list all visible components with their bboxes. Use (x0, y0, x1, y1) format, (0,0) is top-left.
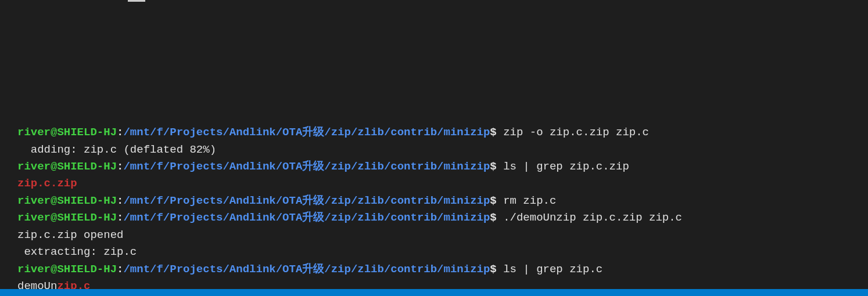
prompt-dollar: $ (490, 211, 496, 224)
prompt-user-host: river@SHIELD-HJ (17, 160, 117, 173)
prompt-colon: : (117, 160, 123, 173)
output-text: adding: zip.c (deflated 82%) (17, 143, 216, 156)
prompt-user-host: river@SHIELD-HJ (17, 194, 117, 207)
prompt-path: /mnt/f/Projects/Andlink/OTA升级/zip/zlib/c… (123, 126, 490, 139)
prompt-path: /mnt/f/Projects/Andlink/OTA升级/zip/zlib/c… (123, 194, 490, 207)
output-text: extracting: zip.c (17, 246, 137, 258)
prompt-colon: : (117, 194, 123, 207)
prompt-dollar: $ (490, 263, 496, 276)
terminal-line: river@SHIELD-HJ:/mnt/f/Projects/Andlink/… (17, 210, 851, 226)
terminal-line: zip.c.zip (17, 175, 851, 192)
grep-match: zip.c.zip (17, 177, 77, 190)
command-text: zip -o zip.c.zip zip.c (497, 126, 649, 139)
command-text: ./demoUnzip zip.c.zip zip.c (497, 211, 682, 224)
command-text: ls | grep zip.c.zip (497, 160, 629, 173)
prompt-dollar: $ (490, 126, 496, 139)
prompt-dollar: $ (490, 160, 496, 173)
terminal-output[interactable]: river@SHIELD-HJ:/mnt/f/Projects/Andlink/… (0, 124, 868, 296)
terminal-line: extracting: zip.c (17, 244, 851, 261)
prompt-colon: : (117, 211, 123, 224)
prompt-colon: : (117, 263, 123, 276)
terminal-line: river@SHIELD-HJ:/mnt/f/Projects/Andlink/… (17, 124, 851, 141)
prompt-dollar: $ (490, 194, 496, 207)
prompt-path: /mnt/f/Projects/Andlink/OTA升级/zip/zlib/c… (123, 211, 490, 224)
terminal-line: adding: zip.c (deflated 82%) (17, 142, 851, 158)
command-text: rm zip.c (497, 194, 557, 207)
prompt-user-host: river@SHIELD-HJ (17, 263, 117, 276)
prompt-user-host: river@SHIELD-HJ (17, 126, 117, 139)
sidebar-gutter (0, 0, 8, 296)
terminal-line: river@SHIELD-HJ:/mnt/f/Projects/Andlink/… (17, 158, 851, 175)
terminal-line: river@SHIELD-HJ:/mnt/f/Projects/Andlink/… (17, 193, 851, 210)
command-text: ls | grep zip.c (497, 263, 602, 276)
status-bar[interactable] (0, 289, 868, 296)
prompt-path: /mnt/f/Projects/Andlink/OTA升级/zip/zlib/c… (123, 160, 490, 173)
terminal-line: river@SHIELD-HJ:/mnt/f/Projects/Andlink/… (17, 261, 851, 278)
prompt-path: /mnt/f/Projects/Andlink/OTA升级/zip/zlib/c… (123, 263, 490, 276)
prompt-user-host: river@SHIELD-HJ (17, 211, 117, 224)
top-marker (128, 0, 145, 2)
output-text: zip.c.zip opened (17, 229, 123, 241)
terminal-line: zip.c.zip opened (17, 227, 851, 244)
prompt-colon: : (117, 126, 123, 139)
